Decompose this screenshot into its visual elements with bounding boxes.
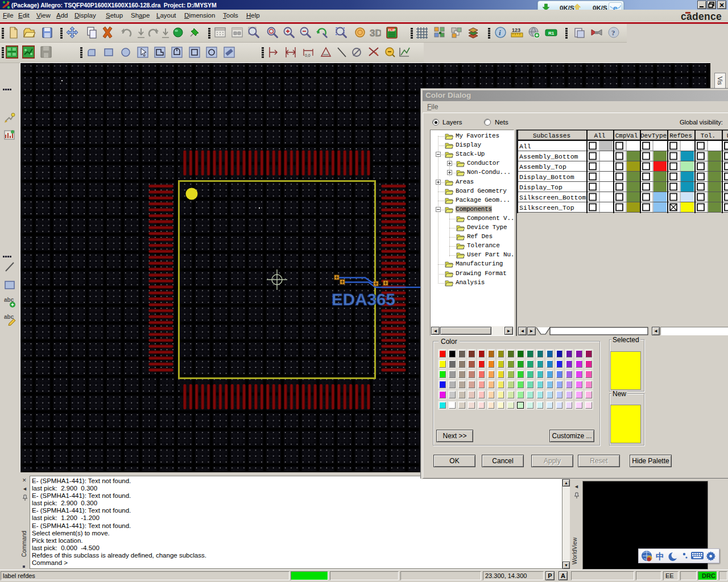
svg-text:123: 123 (512, 27, 520, 33)
svg-text:All: All (594, 132, 606, 139)
svg-text:?: ? (611, 28, 615, 37)
svg-text:RefDes: RefDes (669, 132, 692, 139)
svg-text:i: i (499, 28, 501, 37)
svg-text:All: All (519, 143, 531, 150)
svg-text:Assembly_Bottom: Assembly_Bottom (519, 153, 578, 160)
svg-text:Tol.: Tol. (701, 132, 715, 139)
svg-text:DevType: DevType (640, 132, 667, 139)
svg-text:Display_Top: Display_Top (519, 184, 562, 191)
svg-text:Silkscreen_Top: Silkscreen_Top (519, 204, 574, 211)
svg-text:R1: R1 (548, 31, 555, 36)
svg-text:FLIP: FLIP (388, 28, 396, 32)
svg-text:CmpVal: CmpVal (615, 132, 638, 139)
svg-text:Assembly_Top: Assembly_Top (519, 163, 566, 171)
svg-text:abc: abc (4, 314, 14, 320)
svg-text:中: 中 (656, 551, 664, 561)
svg-text:Subclasses: Subclasses (533, 132, 570, 139)
svg-text:Display_Bottom: Display_Bottom (519, 173, 574, 181)
svg-text:EDA365: EDA365 (332, 290, 395, 309)
svg-text:3D: 3D (370, 28, 381, 39)
svg-text:0,0: 0,0 (305, 53, 311, 57)
svg-text:Silkscreen_Bottom: Silkscreen_Bottom (519, 194, 586, 201)
